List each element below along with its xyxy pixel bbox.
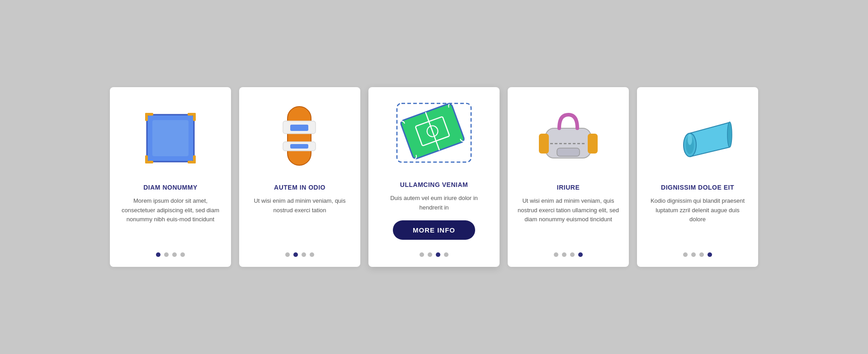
dot-1 <box>554 252 558 257</box>
more-info-button[interactable]: MORE INFO <box>393 220 475 240</box>
card-5: DIGNISSIM DOLOE EIT Kodio dignissim qui … <box>637 87 758 266</box>
card-2: AUTEM IN ODIO Ut wisi enim ad minim veni… <box>239 87 360 266</box>
card-3-title: ULLAMCING VENIAM <box>400 181 468 188</box>
dot-2 <box>293 252 298 257</box>
card-1-title: DIAM NONUMMY <box>143 184 198 191</box>
dot-2 <box>691 252 696 257</box>
svg-rect-6 <box>145 155 148 163</box>
svg-rect-22 <box>588 134 598 154</box>
roll-icon <box>663 109 733 168</box>
dot-2 <box>164 252 169 257</box>
svg-rect-2 <box>145 113 148 121</box>
card-5-title: DIGNISSIM DOLOE EIT <box>661 184 734 191</box>
card-1-desc: Morem ipsum dolor sit amet, consectetuer… <box>120 196 221 239</box>
card-2-dots <box>285 248 314 257</box>
dot-1 <box>420 252 424 257</box>
dot-4 <box>578 252 583 257</box>
bag-icon <box>534 107 602 170</box>
card-4-desc: Ut wisi enim ad minim veniam, quis nostr… <box>518 196 619 239</box>
card-4: IRIURE Ut wisi enim ad minim veniam, qui… <box>508 87 629 266</box>
card-4-dots <box>554 248 583 257</box>
dot-4 <box>444 252 448 257</box>
dot-3 <box>436 252 440 257</box>
mat-icon-area <box>120 100 221 177</box>
dot-1 <box>683 252 688 257</box>
field-icon-area <box>380 97 488 174</box>
card-4-title: IRIURE <box>557 184 580 191</box>
card-3-desc: Duis autem vel eum iriure dolor in hendr… <box>380 194 488 212</box>
card-2-desc: Ut wisi enim ad minim veniam, quis nostr… <box>249 196 350 239</box>
svg-rect-12 <box>290 125 308 131</box>
cards-container: DIAM NONUMMY Morem ipsum dolor sit amet,… <box>83 69 785 284</box>
dot-1 <box>156 252 160 257</box>
card-3: ULLAMCING VENIAM Duis autem vel eum iriu… <box>368 87 500 266</box>
card-3-dots <box>420 248 448 257</box>
svg-point-30 <box>727 122 732 147</box>
card-5-desc: Kodio dignissim qui blandit praesent lup… <box>647 196 748 239</box>
dot-4 <box>180 252 185 257</box>
svg-rect-9 <box>152 120 189 156</box>
dot-3 <box>570 252 575 257</box>
svg-rect-14 <box>290 144 308 149</box>
card-1-dots <box>156 248 185 257</box>
mat-icon <box>139 107 202 170</box>
svg-rect-21 <box>539 134 549 154</box>
card-2-title: AUTEM IN ODIO <box>274 184 326 191</box>
svg-point-29 <box>688 134 692 145</box>
svg-rect-4 <box>193 113 196 121</box>
card-5-dots <box>683 248 712 257</box>
dot-2 <box>562 252 566 257</box>
dot-4 <box>310 252 314 257</box>
roll-icon-area <box>647 100 748 177</box>
dot-2 <box>428 252 432 257</box>
svg-rect-24 <box>557 148 580 156</box>
field-icon <box>393 102 475 169</box>
dot-3 <box>302 252 306 257</box>
dot-1 <box>285 252 290 257</box>
card-1: DIAM NONUMMY Morem ipsum dolor sit amet,… <box>110 87 231 266</box>
dot-3 <box>172 252 177 257</box>
dot-4 <box>708 252 712 257</box>
svg-rect-10 <box>288 107 311 165</box>
bag-icon-area <box>518 100 619 177</box>
board-icon-area <box>249 100 350 177</box>
dot-3 <box>699 252 704 257</box>
board-icon <box>270 102 329 174</box>
svg-rect-8 <box>193 155 196 163</box>
